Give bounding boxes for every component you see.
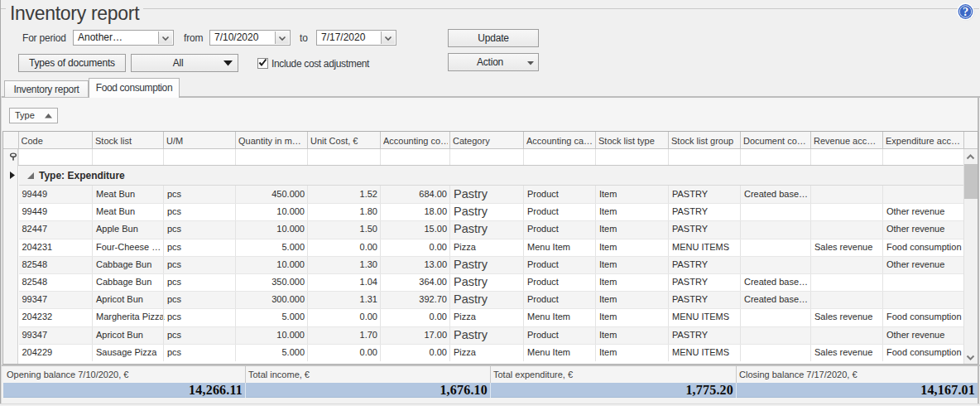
svg-text:?: ?: [963, 5, 968, 18]
